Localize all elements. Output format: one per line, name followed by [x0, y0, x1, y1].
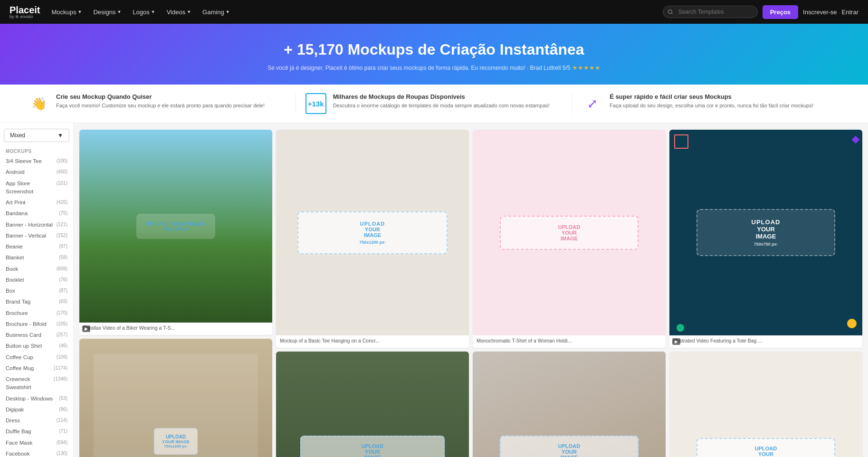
feature-catalog-desc: Descubra o enorme catálogo de templates … — [333, 102, 550, 109]
hero-section: + 15,170 Mockups de Criação Instantânea … — [0, 24, 868, 85]
card-title: Illustrated Video Featuring a Tote Bag .… — [673, 338, 858, 344]
sidebar-item[interactable]: Book(609) — [0, 264, 73, 275]
sidebar-item[interactable]: Crewneck Sweatshirt(1346) — [0, 374, 73, 393]
sidebar: Mixed ▼ Mockups 3/4 Sleeve Tee(100)Andro… — [0, 123, 74, 457]
grid-col-2: UPLOAD YOUR IMAGE 750x1200 px· Mockup of… — [276, 130, 469, 457]
sidebar-items-list: 3/4 Sleeve Tee(100)Android(450)App Store… — [0, 156, 73, 457]
nav-designs[interactable]: Designs ▼ — [91, 0, 123, 24]
sidebar-item[interactable]: Brochure - Bifold(105) — [0, 319, 73, 330]
category-dropdown[interactable]: Mixed ▼ — [4, 129, 69, 142]
nav-videos[interactable]: Videos ▼ — [165, 0, 193, 24]
sidebar-item[interactable]: Beanie(97) — [0, 241, 73, 252]
wave-icon: 👋 — [29, 93, 49, 114]
hero-title: + 15,170 Mockups de Criação Instantânea — [10, 41, 858, 58]
feature-catalog-title: Milhares de Mockups de Roupas Disponívei… — [333, 93, 550, 100]
logo-byline: by ⊕ envato — [10, 15, 40, 19]
video-badge: ▶ — [672, 338, 680, 345]
search-wrapper — [663, 6, 758, 18]
card-tote-bag[interactable]: UPLOAD YOUR IMAGE 750x750 px· ▶ Illustra… — [669, 130, 862, 348]
sidebar-item[interactable]: Booklet(76) — [0, 275, 73, 286]
search-input[interactable] — [663, 6, 758, 18]
chevron-down-icon: ▼ — [187, 10, 191, 14]
card-title: Monochromatic T-Shirt of a Woman Holdi..… — [477, 338, 662, 344]
plus13k-icon: +13k — [305, 93, 326, 114]
sidebar-item[interactable]: Button up Shirt(46) — [0, 341, 73, 352]
sidebar-item[interactable]: Face Mask(594) — [0, 438, 73, 448]
content-area: UPLOAD YOUR IMAGE 750x1200 px· ▶ Paralla… — [74, 123, 868, 457]
logo-text: Placeit — [10, 5, 40, 15]
sidebar-section-label: Mockups — [0, 147, 73, 156]
grid-col-1: UPLOAD YOUR IMAGE 750x1200 px· ▶ Paralla… — [79, 130, 272, 457]
sidebar-item[interactable]: Facebook(130) — [0, 448, 73, 457]
sidebar-item[interactable]: Digipak(96) — [0, 404, 73, 415]
feature-create-title: Crie seu Mockup Quando Quiser — [56, 93, 265, 100]
card-biker-video[interactable]: UPLOAD YOUR IMAGE 750x1200 px· ▶ Paralla… — [79, 130, 272, 335]
chevron-down-icon: ▼ — [57, 132, 63, 139]
hero-quote: Se você já é designer, Placeit é ótimo p… — [10, 64, 858, 71]
feature-fast-desc: Faça upload do seu design, escolha uma c… — [610, 102, 813, 109]
features-bar: 👋 Crie seu Mockup Quando Quiser Faça voc… — [0, 85, 868, 123]
nav-logos[interactable]: Logos ▼ — [131, 0, 157, 24]
sidebar-item[interactable]: Brand Tag(69) — [0, 296, 73, 307]
card-man-sunglasses[interactable]: UPLOAD YOUR IMAGE 750x1200 px· Man with … — [276, 352, 469, 457]
card-woman-outdoor[interactable]: UPLOAD YOUR IMAGE 750x1200 px· Woman wea… — [79, 339, 272, 457]
sidebar-item[interactable]: Duffle Bag(71) — [0, 426, 73, 437]
sidebar-item[interactable]: App Store Screenshot(101) — [0, 178, 73, 198]
nav-links: Mockups ▼ Designs ▼ Logos ▼ Videos ▼ Gam… — [49, 0, 653, 24]
feature-fast-title: É super rápido e fácil criar seus Mockup… — [610, 93, 813, 100]
chevron-down-icon: ▼ — [226, 10, 230, 14]
sidebar-item[interactable]: Android(450) — [0, 167, 73, 178]
card-hanger-tee[interactable]: UPLOAD YOUR IMAGE Tee hanging on hanger … — [669, 352, 862, 457]
sidebar-item[interactable]: Coffee Cup(109) — [0, 352, 73, 363]
mockup-grid: UPLOAD YOUR IMAGE 750x1200 px· ▶ Paralla… — [79, 130, 862, 457]
nav-right: Preços Inscrever-se Entrar — [663, 5, 858, 19]
entrar-button[interactable]: Entrar — [842, 9, 858, 16]
card-college-student[interactable]: UPLOAD YOUR IMAGE 750x1200 px· T-Shirt M… — [473, 352, 666, 457]
chevron-down-icon: ▼ — [151, 10, 155, 14]
main-layout: Mixed ▼ Mockups 3/4 Sleeve Tee(100)Andro… — [0, 123, 868, 457]
feature-create-desc: Faça você mesmo! Customize seu mockup e … — [56, 102, 265, 109]
sidebar-item[interactable]: Blanket(58) — [0, 252, 73, 263]
logo[interactable]: Placeit by ⊕ envato — [10, 5, 40, 19]
feature-fast: ⤢ É super rápido e fácil criar seus Mock… — [572, 93, 849, 114]
search-icon — [668, 9, 673, 15]
video-badge: ▶ — [82, 325, 90, 332]
svg-point-0 — [668, 10, 672, 14]
feature-create: 👋 Crie seu Mockup Quando Quiser Faça voc… — [19, 93, 296, 114]
sidebar-item[interactable]: 3/4 Sleeve Tee(100) — [0, 156, 73, 167]
sidebar-item[interactable]: Brochure(170) — [0, 308, 73, 319]
sidebar-item[interactable]: Bandana(75) — [0, 208, 73, 219]
sidebar-item[interactable]: Dress(114) — [0, 415, 73, 426]
sidebar-item[interactable]: Box(87) — [0, 286, 73, 296]
nav-gaming[interactable]: Gaming ▼ — [200, 0, 231, 24]
card-title: Parallax Video of a Biker Wearing a T-S.… — [83, 325, 268, 332]
chevron-down-icon: ▼ — [117, 10, 121, 14]
feature-catalog: +13k Milhares de Mockups de Roupas Dispo… — [296, 93, 572, 114]
chevron-down-icon: ▼ — [78, 10, 82, 14]
precos-button[interactable]: Preços — [763, 5, 798, 19]
card-pink-woman[interactable]: UPLOAD YOUR IMAGE Monochromatic T-Shirt … — [473, 130, 666, 348]
sidebar-item[interactable]: Art Print(426) — [0, 197, 73, 208]
nav-mockups[interactable]: Mockups ▼ — [49, 0, 84, 24]
sidebar-item[interactable]: Banner - Vertical(152) — [0, 230, 73, 241]
expand-icon: ⤢ — [582, 93, 603, 114]
sidebar-item[interactable]: Business Card(257) — [0, 330, 73, 341]
inscrever-button[interactable]: Inscrever-se — [803, 9, 837, 16]
card-title: Mockup of a Basic Tee Hanging on a Concr… — [280, 338, 465, 344]
grid-col-4: UPLOAD YOUR IMAGE 750x750 px· ▶ Illustra… — [669, 130, 862, 457]
sidebar-item[interactable]: Banner - Horizontal(121) — [0, 219, 73, 230]
navbar: Placeit by ⊕ envato Mockups ▼ Designs ▼ … — [0, 0, 868, 24]
sidebar-item[interactable]: Coffee Mug(1174) — [0, 363, 73, 374]
grid-col-3: UPLOAD YOUR IMAGE Monochromatic T-Shirt … — [473, 130, 666, 457]
card-basic-tee-hanging[interactable]: UPLOAD YOUR IMAGE 750x1200 px· Mockup of… — [276, 130, 469, 348]
sidebar-item[interactable]: Desktop - Windows(53) — [0, 393, 73, 404]
